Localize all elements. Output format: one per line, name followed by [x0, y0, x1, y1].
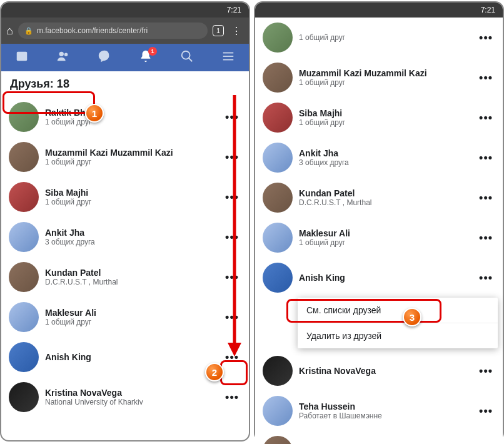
messenger-icon[interactable] — [92, 49, 117, 66]
friend-info: Anish King — [299, 273, 476, 283]
home-icon[interactable]: ⌂ — [6, 24, 13, 38]
friend-info: 1 общий друг — [299, 33, 476, 42]
friend-info: Kristina NovaVega — [299, 366, 476, 376]
more-icon[interactable]: ••• — [476, 151, 495, 164]
friend-subtitle: 1 общий друг — [45, 118, 223, 126]
avatar[interactable] — [9, 182, 39, 212]
svg-point-2 — [64, 53, 68, 56]
friend-info: Raktik Bh...1 общий друг — [45, 108, 223, 126]
tab-count[interactable]: 1 — [213, 25, 224, 36]
friend-row[interactable]: Siba Majhi1 общий друг••• — [255, 98, 503, 138]
friend-name: Kundan Patel — [299, 188, 476, 198]
friend-info: Maklesur Ali1 общий друг — [299, 228, 476, 247]
friend-name: Kundan Patel — [45, 268, 223, 278]
svg-line-4 — [189, 58, 193, 61]
search-icon[interactable] — [174, 49, 199, 66]
svg-rect-6 — [223, 56, 234, 57]
friend-name: Kristina NovaVega — [299, 366, 476, 376]
notification-badge: 1 — [148, 47, 157, 56]
right-screenshot: 7:21 1 общий друг•••Muzammil Kazi Muzamm… — [254, 1, 504, 441]
avatar[interactable] — [263, 436, 293, 444]
status-bar: 7:21 — [255, 3, 503, 18]
friend-info: Muzammil Kazi Muzammil Kazi1 общий друг — [299, 68, 476, 87]
friend-subtitle: 1 общий друг — [45, 198, 223, 206]
more-icon[interactable]: ••• — [476, 191, 495, 204]
friend-info: Siba Majhi1 общий друг — [45, 188, 223, 206]
friend-row[interactable]: Muzammil Kazi Muzammil Kazi1 общий друг•… — [1, 137, 249, 177]
friend-row[interactable]: Siba Majhi1 общий друг••• — [1, 177, 249, 217]
avatar[interactable] — [263, 103, 293, 133]
friend-row[interactable]: Anish King••• — [255, 258, 503, 298]
more-icon[interactable]: ••• — [223, 391, 241, 404]
url-bar[interactable]: 🔒 m.facebook.com/friends/center/fri — [18, 23, 208, 39]
browser-menu-icon[interactable]: ⋮ — [229, 25, 244, 37]
avatar[interactable] — [9, 262, 39, 292]
avatar[interactable] — [263, 183, 293, 213]
notifications-icon[interactable]: 1 — [133, 49, 158, 66]
more-icon[interactable]: ••• — [476, 365, 495, 378]
avatar[interactable] — [263, 223, 293, 253]
friend-name: Ankit Jha — [299, 148, 476, 158]
friend-row[interactable]: Muzammil Kazi Muzammil Kazi1 общий друг•… — [255, 58, 503, 98]
url-text: m.facebook.com/friends/center/fri — [37, 26, 148, 35]
friend-info: Muzammil Kazi Muzammil Kazi1 общий друг — [45, 148, 223, 166]
svg-rect-7 — [223, 59, 234, 60]
avatar[interactable] — [9, 222, 39, 252]
friend-row[interactable]: Ankit Jha3 общих друга••• — [1, 217, 249, 257]
more-icon[interactable]: ••• — [476, 71, 495, 84]
friend-name: Maklesur Ali — [299, 228, 476, 238]
marker-1: 1 — [85, 104, 104, 123]
avatar[interactable] — [263, 23, 293, 53]
friend-row[interactable]: Kundan PatelD.C.R.U.S.T , Murthal••• — [255, 178, 503, 218]
friend-name: Teha Hussein — [299, 401, 476, 411]
friend-subtitle: 1 общий друг — [299, 78, 476, 87]
popup-unfriend[interactable]: Удалить из друзей — [298, 323, 498, 348]
more-icon[interactable]: ••• — [476, 405, 495, 418]
friend-row[interactable]: Teha HusseinРаботает в Шашемэнне••• — [255, 391, 503, 431]
friend-row[interactable]: Maklesur Ali1 общий друг••• — [1, 297, 249, 337]
friend-name: Anish King — [299, 273, 476, 283]
friend-subtitle: D.C.R.U.S.T , Murthal — [45, 278, 223, 286]
status-time: 7:21 — [481, 6, 495, 14]
friends-icon[interactable] — [51, 49, 76, 66]
svg-point-3 — [182, 51, 190, 59]
friend-row[interactable]: 1 общий друг••• — [255, 18, 503, 58]
friend-subtitle: D.C.R.U.S.T , Murthal — [299, 198, 476, 207]
news-feed-icon[interactable] — [9, 49, 34, 66]
avatar[interactable] — [9, 102, 39, 132]
friend-row[interactable]: Maklesur Ali1 общий друг••• — [255, 218, 503, 258]
more-icon[interactable]: ••• — [476, 31, 495, 44]
friend-actions-popup: См. списки друзейУдалить из друзей — [298, 298, 498, 348]
friend-info: Kristina NovaVegaNational University of … — [45, 388, 223, 406]
avatar[interactable] — [263, 396, 293, 426]
facebook-nav: 1 — [1, 44, 249, 71]
friend-info: Kundan PatelD.C.R.U.S.T , Murthal — [45, 268, 223, 286]
friend-row[interactable]: Kristina NovaVegaNational University of … — [1, 377, 249, 417]
avatar[interactable] — [263, 143, 293, 173]
popup-see-lists[interactable]: См. списки друзей — [298, 298, 498, 323]
more-icon[interactable]: ••• — [476, 271, 495, 285]
avatar[interactable] — [9, 142, 39, 172]
avatar[interactable] — [263, 263, 293, 293]
avatar[interactable] — [9, 382, 39, 412]
friend-info: Maklesur Ali1 общий друг — [45, 308, 223, 326]
more-icon[interactable]: ••• — [476, 231, 495, 245]
avatar[interactable] — [263, 63, 293, 93]
avatar[interactable] — [9, 342, 39, 372]
friend-row[interactable]: Kundan PatelD.C.R.U.S.T , Murthal••• — [1, 257, 249, 297]
more-icon[interactable]: ••• — [476, 111, 495, 124]
friend-subtitle: 1 общий друг — [299, 33, 476, 42]
avatar[interactable] — [9, 302, 39, 332]
friend-name: Ankit Jha — [45, 228, 223, 238]
friend-subtitle: 1 общий друг — [45, 158, 223, 166]
avatar[interactable] — [263, 356, 293, 386]
friend-row[interactable]: Kristina NovaVega••• — [255, 351, 503, 391]
friends-header: Друзья: 18 — [1, 71, 249, 97]
friend-row[interactable]: Saneep Bagh••• — [255, 431, 503, 444]
friend-row[interactable]: Raktik Bh...1 общий друг••• — [1, 97, 249, 137]
friend-row[interactable]: Ankit Jha3 общих друга••• — [255, 138, 503, 178]
menu-icon[interactable] — [216, 49, 241, 66]
friend-name: Raktik Bh... — [45, 108, 223, 118]
friend-name: Kristina NovaVega — [45, 388, 223, 398]
friend-name: Anish King — [45, 352, 223, 362]
